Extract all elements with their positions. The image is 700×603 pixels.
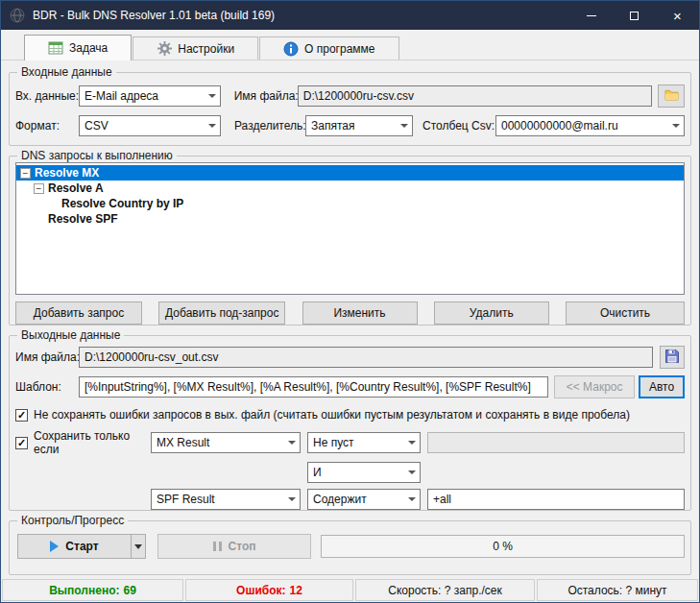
add-query-button[interactable]: Добавить запрос [15, 302, 142, 325]
save-file-button[interactable] [660, 346, 685, 369]
save-only-checkbox[interactable]: ✓ Сохранить только если [15, 429, 151, 456]
tree-item-resolve-mx[interactable]: − Resolve MX [16, 165, 684, 181]
tree-item-label: Resolve MX [35, 166, 99, 180]
clear-queries-button[interactable]: Очистить [566, 302, 685, 325]
tab-task[interactable]: Задача [24, 35, 132, 60]
tab-about-label: О программе [304, 42, 374, 56]
chevron-down-icon [404, 463, 420, 482]
chevron-down-icon [668, 116, 684, 135]
gear-icon [157, 41, 172, 57]
maximize-icon [630, 12, 639, 20]
tab-settings[interactable]: Настройки [133, 36, 258, 60]
condition2-operator-select[interactable]: Содержит [307, 489, 421, 510]
condition1-operator-select[interactable]: Не пуст [307, 432, 421, 453]
condition2-field-select[interactable]: SPF Result [151, 489, 301, 510]
start-button[interactable]: Старт [17, 534, 146, 559]
output-group-title: Выходные данные [17, 328, 124, 342]
tree-item-label: Resolve A [48, 181, 104, 195]
browse-file-button[interactable] [658, 84, 685, 108]
task-grid-icon [48, 40, 63, 56]
output-filename-label: Имя файла: [15, 350, 79, 364]
tree-item-resolve-a[interactable]: − Resolve A [16, 181, 684, 196]
info-icon [283, 41, 299, 57]
play-icon [50, 541, 59, 552]
logic-operator-select[interactable]: И [307, 462, 421, 483]
output-data-group: Выходные данные Имя файла: [9, 335, 691, 511]
control-group-title: Контроль/Прогресс [17, 514, 128, 527]
tab-strip: Задача Настройки [1, 30, 699, 60]
window-title: BDR - Bulk DNS Resolver 1.01 beta (build… [33, 9, 569, 22]
checkbox-check-icon: ✓ [15, 409, 28, 422]
queries-group-title: DNS запросы к выполнению [17, 149, 177, 162]
input-filename-field[interactable] [298, 85, 652, 107]
start-button-label: Старт [65, 540, 98, 553]
input-group-title: Входные данные [17, 65, 116, 79]
minimize-button[interactable] [569, 1, 613, 30]
edit-query-button[interactable]: Изменить [302, 302, 418, 325]
stop-button-label: Стоп [229, 540, 256, 553]
format-label: Формат: [15, 119, 79, 133]
dns-queries-group: DNS запросы к выполнению − Resolve MX − … [9, 156, 691, 326]
maximize-button[interactable] [613, 1, 656, 30]
collapse-icon[interactable]: − [34, 183, 44, 194]
tree-item-label: Resolve Country by IP [61, 197, 183, 210]
app-icon [10, 8, 25, 23]
chevron-down-icon [205, 86, 220, 106]
chevron-down-icon [284, 490, 300, 509]
tab-settings-label: Настройки [178, 42, 234, 56]
close-button[interactable]: × [656, 1, 699, 30]
condition1-value-field[interactable] [427, 432, 685, 453]
chevron-down-icon [397, 116, 412, 135]
save-only-label: Сохранить только если [34, 429, 151, 456]
query-tree[interactable]: − Resolve MX − Resolve A Resolve Country… [15, 162, 685, 295]
close-icon: × [673, 9, 682, 23]
tree-item-resolve-country[interactable]: Resolve Country by IP [16, 196, 684, 211]
input-type-select[interactable]: E-Mail адреса [79, 85, 221, 107]
checkbox-check-icon: ✓ [15, 437, 28, 449]
control-progress-group: Контроль/Прогресс Старт Стоп 0 % [9, 520, 691, 575]
delimiter-select[interactable]: Запятая [305, 115, 413, 136]
collapse-icon[interactable]: − [20, 168, 31, 179]
tab-task-label: Задача [69, 41, 108, 55]
chevron-down-icon [404, 433, 420, 452]
tab-about[interactable]: О программе [259, 36, 398, 60]
minimize-icon [587, 15, 596, 16]
app-window: BDR - Bulk DNS Resolver 1.01 beta (build… [0, 0, 700, 603]
stop-button[interactable]: Стоп [157, 534, 311, 559]
pause-icon [213, 542, 222, 551]
skip-errors-checkbox[interactable]: ✓ Не сохранять ошибки запросов в вых. фа… [15, 408, 685, 422]
csv-column-label: Столбец Csv: [422, 119, 495, 133]
macro-button[interactable]: << Макрос [554, 375, 635, 398]
output-filename-field[interactable] [79, 347, 653, 368]
delimiter-label: Разделитель: [234, 119, 305, 133]
source-label: Вх. данные: [15, 89, 79, 103]
tree-item-resolve-spf[interactable]: Resolve SPF [16, 211, 684, 227]
delete-query-button[interactable]: Удалить [434, 302, 549, 325]
template-label: Шаблон: [15, 380, 79, 394]
template-field[interactable] [79, 376, 548, 398]
format-select[interactable]: CSV [79, 115, 221, 136]
folder-icon [664, 88, 679, 104]
titlebar: BDR - Bulk DNS Resolver 1.01 beta (build… [1, 1, 699, 30]
chevron-down-icon [134, 544, 142, 549]
chevron-down-icon [205, 116, 220, 135]
chevron-down-icon [284, 433, 300, 452]
progress-text: 0 % [493, 540, 513, 553]
auto-button[interactable]: Авто [639, 375, 685, 398]
condition2-value-field[interactable] [427, 489, 685, 510]
csv-column-select[interactable]: 00000000000@mail.ru [495, 115, 685, 136]
condition1-field-select[interactable]: MX Result [151, 432, 301, 453]
input-data-group: Входные данные Вх. данные: E-Mail адреса… [9, 72, 691, 146]
start-dropdown-arrow[interactable] [131, 535, 145, 558]
tree-item-label: Resolve SPF [48, 212, 118, 226]
floppy-icon [664, 349, 680, 367]
chevron-down-icon [404, 490, 420, 509]
skip-errors-label: Не сохранять ошибки запросов в вых. файл… [34, 408, 630, 422]
add-subquery-button[interactable]: Добавить под-запрос [158, 302, 285, 325]
progress-bar: 0 % [321, 535, 685, 558]
input-filename-label: Имя файла: [234, 89, 298, 103]
